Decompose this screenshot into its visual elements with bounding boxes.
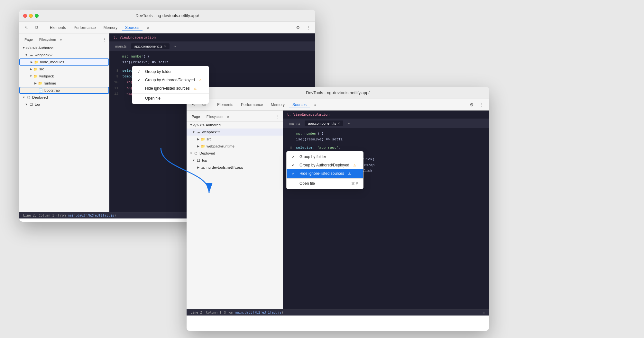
folder-icon-node-modules-back: 📁 xyxy=(34,60,39,64)
threedots-icon-front[interactable]: ⋮ xyxy=(477,100,486,109)
toolbar-sep-front xyxy=(211,102,211,108)
authored-label-back: </> Authored xyxy=(32,46,53,50)
status-link-front[interactable]: main.da63f7b2fe3f1fa3.js xyxy=(235,311,281,314)
code-tab-app-front[interactable]: app.component.ts ✕ xyxy=(305,120,343,126)
tree-authored-front[interactable]: ▼ </> </> Authored xyxy=(187,121,283,129)
square-icon-top-back: ☐ xyxy=(29,102,33,107)
deployed-label-back: Deployed xyxy=(32,95,48,99)
tree-deployed-back[interactable]: ▼ ⬡ Deployed xyxy=(19,94,109,101)
folder-icon-src-back: 📁 xyxy=(33,67,38,71)
panel-tab-more-back[interactable]: » xyxy=(60,38,62,41)
top-label-back: top xyxy=(35,102,40,106)
code-tab-main-back[interactable]: main.ts xyxy=(112,43,130,49)
devtools-window-front: DevTools - ng-devtools.netlify.app/ ↖ ⧉ … xyxy=(187,87,489,331)
titlebar-back: DevTools - ng-devtools.netlify.app/ xyxy=(19,10,315,22)
minimize-button-back[interactable] xyxy=(29,14,33,18)
menu-group-folder-label-front: Group by folder xyxy=(299,155,326,159)
runtime-label-back: runtime xyxy=(44,81,56,85)
window-title-back: DevTools - ng-devtools.netlify.app/ xyxy=(135,13,199,18)
arrow-deployed-back: ▼ xyxy=(22,95,26,99)
tree-src-back[interactable]: ▶ 📁 src xyxy=(19,66,109,73)
node-modules-label-back: node_modules xyxy=(40,60,64,64)
menu-open-file-label-back: Open file xyxy=(145,96,161,101)
tree-top-back[interactable]: ▼ ☐ top xyxy=(19,101,109,108)
code-tabs-back: main.ts app.component.ts ✕ » xyxy=(109,41,315,51)
code-line-back-2: ise((resolve) => setTi xyxy=(109,59,315,65)
arrow-webpack-back: ▼ xyxy=(24,53,28,57)
mobile-icon-back[interactable]: ⧉ xyxy=(32,23,41,32)
tab-close-front[interactable]: ✕ xyxy=(337,122,340,125)
menu-open-file-label-front: Open file xyxy=(299,181,315,186)
threedots-icon-back[interactable]: ⋮ xyxy=(304,23,313,32)
menu-hide-ignore-back[interactable]: Hide ignore-listed sources ⚠ xyxy=(132,84,209,93)
folder-icon-runtime-back: 📁 xyxy=(38,81,42,85)
webpack-folder-label-back: webpack xyxy=(39,74,54,78)
tab-more-back[interactable]: » xyxy=(144,24,152,31)
code-tab-more-back[interactable]: » xyxy=(171,43,179,49)
panel-dots-back[interactable]: ⋮ xyxy=(102,37,106,42)
tree-authored-back[interactable]: ▼ </> </> Authored xyxy=(19,44,109,51)
tab-memory-back[interactable]: Memory xyxy=(100,24,121,31)
code-icon-authored-back: </> xyxy=(26,46,31,50)
tab-filesystem-front[interactable]: Filesystem xyxy=(204,114,226,120)
authored-label-front: </> Authored xyxy=(199,123,221,127)
panel-tab-more-front[interactable]: » xyxy=(227,115,229,119)
tab-filesystem-back[interactable]: Filesystem xyxy=(37,37,59,42)
code-tabs-front: main.ts app.component.ts ✕ » xyxy=(283,119,489,128)
code-tab-more-front[interactable]: » xyxy=(345,120,353,126)
arrow-runtime-back: ▶ xyxy=(33,81,37,85)
close-button-back[interactable] xyxy=(23,14,27,18)
menu-hide-ignore-label-back: Hide ignore-listed sources xyxy=(145,86,190,91)
status-link-back[interactable]: main.da63f7b2fe3f1fa3.js xyxy=(68,214,114,217)
tab-page-front[interactable]: Page xyxy=(189,114,203,120)
maximize-button-back[interactable] xyxy=(35,14,39,18)
code-partial-top-back: t, ViewEncapsulation xyxy=(113,35,156,40)
webpack-label-front: webpack:// xyxy=(202,130,220,134)
tree-webpack-front[interactable]: ▼ ☁ webpack:// xyxy=(187,129,283,136)
tab-sources-back[interactable]: Sources xyxy=(122,24,143,31)
arrow-webpack-folder-back: ▼ xyxy=(29,74,33,78)
gear-icon-front[interactable]: ⚙ xyxy=(467,100,476,109)
tab-memory-front[interactable]: Memory xyxy=(268,101,288,108)
menu-group-authored-front[interactable]: Group by Authored/Deployed ⚠ xyxy=(287,161,363,169)
toolbar-front: ↖ ⧉ Elements Performance Memory Sources … xyxy=(187,99,489,111)
tree-bootstrap-back[interactable]: 📄 bootstrap xyxy=(19,87,109,94)
toolbar-sep-back xyxy=(44,24,44,31)
menu-group-folder-label-back: Group by folder xyxy=(145,69,172,74)
gear-icon-back[interactable]: ⚙ xyxy=(293,23,302,32)
tab-performance-front[interactable]: Performance xyxy=(238,101,266,108)
menu-group-authored-back[interactable]: Group by Authored/Deployed ⚠ xyxy=(132,76,209,84)
tree-webpack-folder-back[interactable]: ▼ 📁 webpack xyxy=(19,73,109,80)
tab-performance-back[interactable]: Performance xyxy=(70,24,99,31)
warn-icon-authored-back: ⚠ xyxy=(199,78,202,82)
menu-group-folder-back[interactable]: Group by folder xyxy=(132,67,209,76)
arrow-src-back: ▶ xyxy=(29,67,33,71)
cursor-icon-back[interactable]: ↖ xyxy=(22,23,31,32)
code-tab-main-front[interactable]: main.ts xyxy=(286,120,303,126)
code-partial-top-front: t, ViewEncapsulation xyxy=(287,112,329,117)
panel-tabs-front: Page Filesystem » ⋮ xyxy=(187,112,283,121)
tab-page-back[interactable]: Page xyxy=(22,37,35,42)
tree-runtime-back[interactable]: ▶ 📁 runtime xyxy=(19,80,109,87)
arrow-webpack-front: ▼ xyxy=(192,130,196,134)
tab-close-back[interactable]: ✕ xyxy=(164,45,166,48)
tab-sources-front[interactable]: Sources xyxy=(289,101,310,108)
code-area-front: t, ViewEncapsulation main.ts app.compone… xyxy=(283,111,489,309)
blue-arrow-svg xyxy=(145,138,241,202)
menu-group-folder-front[interactable]: Group by folder xyxy=(287,153,363,161)
panel-dots-front[interactable]: ⋮ xyxy=(276,114,280,119)
tab-elements-back[interactable]: Elements xyxy=(47,24,69,31)
tree-node-modules-back[interactable]: ▶ 📁 node_modules xyxy=(19,58,109,66)
menu-open-file-front[interactable]: Open file ⌘ P xyxy=(287,179,363,188)
menu-hide-ignore-front[interactable]: Hide ignore-listed sources ⚠ xyxy=(287,169,363,178)
src-label-back: src xyxy=(39,67,44,71)
expand-icon-front[interactable]: ⬆ xyxy=(483,310,485,315)
titlebar-front: DevTools - ng-devtools.netlify.app/ xyxy=(187,87,489,99)
status-bar-front: Line 2, Column 1 (From main.da63f7b2fe3f… xyxy=(187,309,489,316)
tab-more-front[interactable]: » xyxy=(311,101,320,108)
warn-icon-authored-front: ⚠ xyxy=(353,164,356,167)
menu-open-file-back[interactable]: Open file xyxy=(132,94,209,102)
code-tab-app-back[interactable]: app.component.ts ✕ xyxy=(131,43,169,49)
tree-webpack-back[interactable]: ▼ ☁ webpack:// xyxy=(19,51,109,58)
tab-elements-front[interactable]: Elements xyxy=(214,101,236,108)
